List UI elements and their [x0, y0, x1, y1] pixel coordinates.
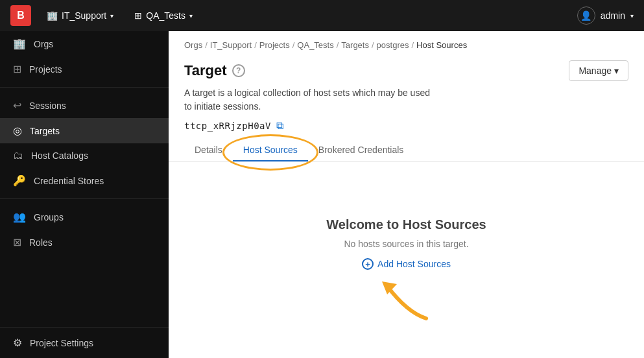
manage-label: Manage	[578, 66, 612, 76]
sidebar: 🏢 Orgs ⊞ Projects ↩ Sessions ◎ Targets 🗂…	[0, 31, 169, 358]
breadcrumb-current: Host Sources	[416, 40, 467, 50]
breadcrumb-it-support[interactable]: IT_Support	[210, 40, 252, 50]
sidebar-item-roles[interactable]: ⊠ Roles	[0, 230, 169, 255]
tab-brokered-credentials[interactable]: Brokered Credentials	[308, 139, 414, 161]
sidebar-item-credential-stores[interactable]: 🔑 Credential Stores	[0, 168, 169, 193]
add-host-sources-label: Add Host Sources	[377, 259, 451, 269]
welcome-title: Welcome to Host Sources	[326, 217, 486, 232]
breadcrumb-postgres[interactable]: postgres	[377, 40, 409, 50]
breadcrumb-orgs[interactable]: Orgs	[184, 40, 202, 50]
main-content: Orgs / IT_Support / Projects / QA_Tests …	[169, 31, 644, 358]
project-settings-label: Project Settings	[30, 338, 93, 348]
copy-icon[interactable]: ⧉	[276, 120, 283, 132]
workspace-selector[interactable]: 🏢 IT_Support ▾	[42, 8, 119, 23]
roles-icon: ⊠	[13, 236, 21, 248]
building-icon: 🏢	[47, 10, 58, 21]
breadcrumb-targets[interactable]: Targets	[341, 40, 369, 50]
sidebar-item-groups-label: Groups	[34, 212, 64, 222]
manage-chevron-icon: ▾	[614, 66, 619, 76]
orgs-icon: 🏢	[13, 38, 26, 50]
page-header-wrap: Target ? Manage ▾ A target is a logical …	[169, 50, 644, 113]
user-chevron-icon: ▾	[630, 12, 634, 19]
topbar: B 🏢 IT_Support ▾ ⊞ QA_Tests ▾ 👤 admin ▾	[0, 0, 644, 31]
main-layout: 🏢 Orgs ⊞ Projects ↩ Sessions ◎ Targets 🗂…	[0, 31, 644, 358]
sidebar-item-sessions-label: Sessions	[29, 101, 66, 111]
project-label: QA_Tests	[146, 10, 185, 21]
sidebar-item-host-catalogs[interactable]: 🗂 Host Catalogs	[0, 143, 169, 168]
sidebar-item-targets[interactable]: ◎ Targets	[0, 118, 169, 143]
project-chevron-icon: ▾	[189, 12, 193, 19]
page-header: Target ? Manage ▾ A target is a logical …	[169, 50, 644, 113]
grid-icon: ⊞	[134, 10, 142, 21]
user-menu[interactable]: 👤 admin ▾	[577, 6, 634, 25]
sidebar-divider-1	[0, 87, 169, 88]
tab-host-sources[interactable]: Host Sources	[233, 139, 308, 161]
user-avatar-icon: 👤	[577, 6, 595, 25]
credential-stores-icon: 🔑	[13, 174, 26, 187]
settings-icon: ⚙	[13, 337, 22, 349]
sidebar-item-orgs[interactable]: 🏢 Orgs	[0, 31, 169, 56]
target-id-row: ttcp_xRRjzpH0aV ⧉	[169, 113, 644, 132]
sidebar-item-roles-label: Roles	[29, 237, 53, 248]
tab-details[interactable]: Details	[184, 139, 233, 161]
welcome-section: Welcome to Host Sources No hosts sources…	[169, 161, 644, 358]
breadcrumb-projects[interactable]: Projects	[259, 40, 290, 50]
project-selector[interactable]: ⊞ QA_Tests ▾	[129, 8, 198, 23]
manage-button[interactable]: Manage ▾	[569, 60, 628, 81]
help-icon[interactable]: ?	[232, 64, 245, 77]
arrow-svg	[368, 276, 446, 328]
tabs-nav: Details Host Sources Brokered Credential…	[169, 132, 644, 161]
page-title: Target	[184, 62, 227, 79]
breadcrumb: Orgs / IT_Support / Projects / QA_Tests …	[169, 31, 644, 50]
app-logo: B	[10, 5, 31, 26]
sidebar-item-targets-label: Targets	[30, 126, 60, 136]
welcome-description: No hosts sources in this target.	[344, 239, 468, 249]
groups-icon: 👥	[13, 211, 26, 223]
sidebar-item-projects[interactable]: ⊞ Projects	[0, 56, 169, 82]
projects-icon: ⊞	[13, 63, 21, 75]
host-catalogs-icon: 🗂	[13, 150, 23, 161]
sidebar-bottom: ⚙ Project Settings	[0, 327, 169, 358]
add-host-sources-button[interactable]: + Add Host Sources	[362, 258, 451, 270]
sessions-icon: ↩	[13, 99, 21, 112]
page-description-line2: to initiate sessions.	[184, 100, 521, 113]
sidebar-item-host-catalogs-label: Host Catalogs	[31, 150, 88, 161]
user-label: admin	[601, 10, 625, 21]
sidebar-item-orgs-label: Orgs	[34, 39, 53, 49]
sidebar-divider-2	[0, 198, 169, 199]
sidebar-item-groups[interactable]: 👥 Groups	[0, 204, 169, 230]
sidebar-item-projects-label: Projects	[29, 64, 62, 75]
page-title-row: Target ? Manage ▾	[184, 60, 628, 81]
workspace-label: IT_Support	[62, 10, 106, 21]
arrow-annotation	[368, 276, 446, 328]
sidebar-item-credential-stores-label: Credential Stores	[34, 176, 104, 186]
sidebar-item-sessions[interactable]: ↩ Sessions	[0, 93, 169, 118]
page-description-line1: A target is a logical collection of host…	[184, 86, 521, 100]
targets-icon: ◎	[13, 125, 22, 137]
breadcrumb-qa-tests[interactable]: QA_Tests	[297, 40, 333, 50]
workspace-chevron-icon: ▾	[110, 12, 113, 19]
target-id: ttcp_xRRjzpH0aV	[184, 121, 271, 131]
sidebar-item-project-settings[interactable]: ⚙ Project Settings	[0, 327, 169, 358]
plus-icon: +	[362, 258, 374, 270]
